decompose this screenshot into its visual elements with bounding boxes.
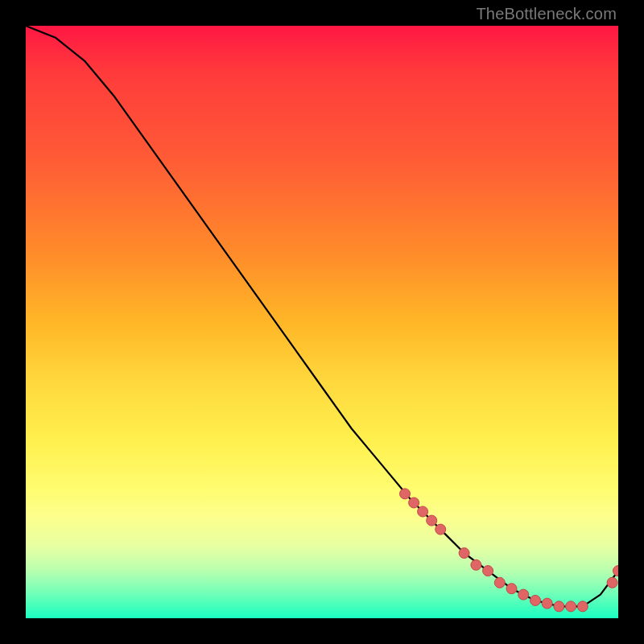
plot-area — [26, 26, 618, 618]
data-marker — [530, 595, 541, 605]
data-marker — [471, 559, 481, 570]
data-marker — [506, 584, 517, 594]
data-marker — [459, 548, 469, 559]
data-marker — [566, 601, 576, 612]
data-marker — [400, 489, 411, 499]
data-marker — [542, 598, 552, 609]
data-marker — [607, 577, 617, 588]
curve-line — [26, 26, 618, 606]
data-marker — [436, 524, 446, 535]
chart-svg — [26, 26, 618, 618]
data-marker — [577, 601, 588, 612]
watermark-text: TheBottleneck.com — [476, 5, 617, 23]
data-marker — [494, 577, 505, 588]
data-marker — [483, 566, 493, 576]
data-marker — [518, 589, 529, 600]
data-marker — [418, 506, 428, 517]
data-marker — [613, 566, 619, 576]
data-marker — [427, 515, 437, 526]
data-marker — [554, 601, 564, 612]
chart-frame: TheBottleneck.com — [0, 0, 644, 644]
data-marker — [409, 497, 419, 508]
